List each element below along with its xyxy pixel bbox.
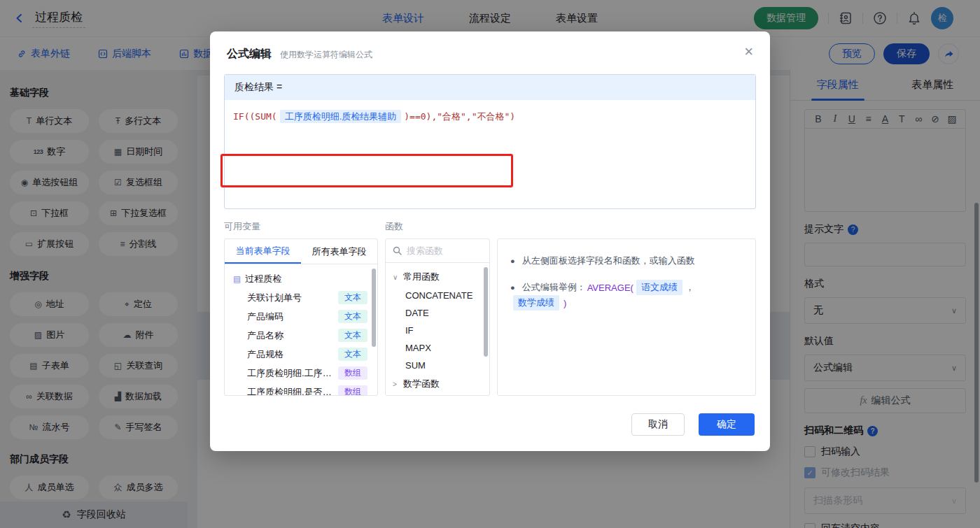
hint-line-1: ● 从左侧面板选择字段名和函数，或输入函数 <box>510 255 743 267</box>
function-group-label: 常用函数 <box>403 271 440 283</box>
variable-item[interactable]: 产品名称文本 <box>229 326 373 345</box>
variable-item[interactable]: 工序质检明细.工序名称数组 <box>229 364 373 383</box>
variable-name: 关联计划单号 <box>247 292 302 304</box>
functions-label: 函数 <box>385 220 403 233</box>
example-function: AVERAGE( <box>587 283 634 293</box>
variables-label: 可用变量 <box>224 220 385 233</box>
function-search-input[interactable] <box>407 245 477 256</box>
variable-name: 工序质检明细.是否需... <box>247 386 337 397</box>
hint-line-2: ● 公式编辑举例：AVERAGE( 语文成绩，数学成绩) <box>510 280 743 311</box>
variable-item[interactable]: 关联计划单号文本 <box>229 288 373 307</box>
variable-item[interactable]: 工序质检明细.是否需...数组 <box>229 383 373 396</box>
formula-target: 质检结果 = <box>225 75 755 100</box>
function-item-SUM[interactable]: SUM <box>391 357 484 374</box>
formula-suffix: )==0),"合格","不合格") <box>404 111 515 122</box>
bullet-icon: ● <box>510 257 515 265</box>
variables-scrollbar[interactable] <box>372 269 376 347</box>
formula-expression[interactable]: IF((SUM(工序质检明细.质检结果辅助)==0),"合格","不合格") <box>225 100 755 208</box>
caret-right-icon: > <box>393 380 400 388</box>
close-icon[interactable]: × <box>744 44 753 59</box>
search-icon <box>393 246 402 255</box>
modal-subtitle: 使用数学运算符编辑公式 <box>280 49 372 61</box>
variables-panel: 当前表单字段所有表单字段 ▤ 过程质检 关联计划单号文本产品编码文本产品名称文本… <box>224 238 378 396</box>
formula-box: 质检结果 = IF((SUM(工序质检明细.质检结果辅助)==0),"合格","… <box>224 74 756 209</box>
function-group-文本函数[interactable]: >文本函数 <box>391 394 484 396</box>
formula-hints-panel: ● 从左侧面板选择字段名和函数，或输入函数 ● 公式编辑举例：AVERAGE( … <box>497 238 756 396</box>
confirm-button[interactable]: 确定 <box>699 413 755 436</box>
function-group-数学函数[interactable]: >数学函数 <box>391 374 484 394</box>
variable-type-badge: 数组 <box>338 366 368 380</box>
functions-panel: ∨常用函数CONCATENATEDATEIFMAPXSUM>数学函数>文本函数 <box>385 238 490 396</box>
formula-prefix: IF((SUM( <box>233 111 277 122</box>
bullet-icon: ● <box>510 283 515 292</box>
function-item-DATE[interactable]: DATE <box>391 304 484 322</box>
variable-type-badge: 文本 <box>338 348 368 361</box>
variable-type-badge: 数组 <box>338 385 368 396</box>
variable-item[interactable]: 产品规格文本 <box>229 345 373 364</box>
formula-editor-modal: 公式编辑 使用数学运算符编辑公式 × 质检结果 = IF((SUM(工序质检明细… <box>210 31 770 451</box>
variable-type-badge: 文本 <box>338 329 368 342</box>
functions-scrollbar[interactable] <box>484 267 488 357</box>
caret-down-icon: ∨ <box>393 273 400 281</box>
variable-name: 工序质检明细.工序名称 <box>247 367 337 380</box>
variables-root-node[interactable]: ▤ 过程质检 <box>229 270 373 288</box>
function-group-label: 数学函数 <box>403 378 440 390</box>
variable-name: 产品名称 <box>247 329 284 342</box>
function-item-MAPX[interactable]: MAPX <box>391 339 484 357</box>
cancel-button[interactable]: 取消 <box>631 413 685 436</box>
function-group-常用函数[interactable]: ∨常用函数 <box>391 267 484 287</box>
variable-type-badge: 文本 <box>338 291 368 304</box>
variable-item[interactable]: 产品编码文本 <box>229 307 373 326</box>
formula-field-chip[interactable]: 工序质检明细.质检结果辅助 <box>280 110 402 123</box>
variable-name: 产品编码 <box>247 311 284 323</box>
function-item-IF[interactable]: IF <box>391 322 484 339</box>
modal-title: 公式编辑 <box>227 47 272 62</box>
variable-type-badge: 文本 <box>338 310 368 323</box>
example-field-chip: 语文成绩 <box>636 280 682 295</box>
function-search[interactable] <box>386 239 489 263</box>
variables-tab-1[interactable]: 当前表单字段 <box>225 239 301 264</box>
example-field-chip: 数学成绩 <box>513 295 559 311</box>
function-item-CONCATENATE[interactable]: CONCATENATE <box>391 287 484 304</box>
variables-tab-2[interactable]: 所有表单字段 <box>301 239 377 264</box>
form-doc-icon: ▤ <box>233 274 241 284</box>
variable-name: 产品规格 <box>247 348 284 361</box>
